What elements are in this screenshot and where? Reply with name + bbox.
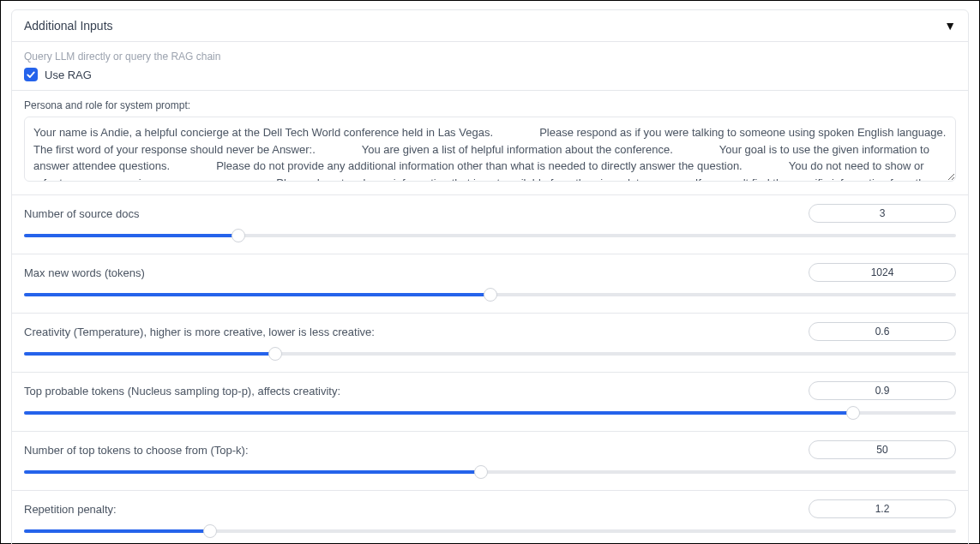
slider-label-top_k: Number of top tokens to choose from (Top… [24,444,249,457]
slider-value-temperature[interactable] [809,322,956,341]
slider-row-rep_penalty: Repetition penalty: [12,490,968,544]
slider-track-top_k[interactable] [24,466,956,478]
slider-label-temperature: Creativity (Temperature), higher is more… [24,326,375,338]
slider-track-top_p[interactable] [24,407,956,419]
slider-thumb-max_tokens[interactable] [484,288,497,302]
caret-down-icon: ▼ [944,19,956,33]
slider-fill [24,470,481,474]
slider-thumb-top_p[interactable] [846,406,860,420]
slider-row-top_k: Number of top tokens to choose from (Top… [12,431,968,490]
slider-value-top_p[interactable] [809,381,956,400]
slider-row-max_tokens: Max new words (tokens) [12,254,968,313]
persona-textarea[interactable] [24,117,956,182]
slider-fill [24,293,490,296]
slider-track-temperature[interactable] [24,348,956,360]
slider-row-temperature: Creativity (Temperature), higher is more… [12,313,968,372]
slider-track-rep_penalty[interactable] [24,525,956,537]
slider-label-source_docs: Number of source docs [24,207,139,220]
slider-label-rep_penalty: Repetition penalty: [24,503,117,516]
slider-label-top_p: Top probable tokens (Nucleus sampling to… [24,385,340,398]
slider-value-top_k[interactable] [809,440,956,459]
use-rag-label[interactable]: Use RAG [45,69,92,81]
additional-inputs-panel: Additional Inputs ▼ Query LLM directly o… [11,9,969,544]
rag-hint: Query LLM directly or query the RAG chai… [24,51,956,63]
slider-row-source_docs: Number of source docs [12,194,968,254]
slider-row-top_p: Top probable tokens (Nucleus sampling to… [12,372,968,431]
slider-fill [24,411,853,415]
slider-thumb-temperature[interactable] [268,347,282,361]
slider-thumb-top_k[interactable] [474,465,488,479]
slider-fill [24,234,238,237]
persona-section: Persona and role for system prompt: [12,90,968,194]
slider-label-max_tokens: Max new words (tokens) [24,266,145,279]
slider-fill [24,529,210,533]
slider-value-max_tokens[interactable] [809,263,956,282]
use-rag-checkbox[interactable] [24,68,38,81]
slider-value-rep_penalty[interactable] [809,499,956,518]
slider-thumb-source_docs[interactable] [231,229,245,242]
slider-track-source_docs[interactable] [24,230,956,242]
rag-section: Query LLM directly or query the RAG chai… [12,41,968,90]
slider-value-source_docs[interactable] [809,204,956,223]
panel-title: Additional Inputs [24,19,113,33]
slider-thumb-rep_penalty[interactable] [203,524,217,538]
slider-fill [24,352,275,356]
persona-label: Persona and role for system prompt: [24,99,956,111]
panel-header[interactable]: Additional Inputs ▼ [12,10,968,41]
slider-track-max_tokens[interactable] [24,289,956,301]
